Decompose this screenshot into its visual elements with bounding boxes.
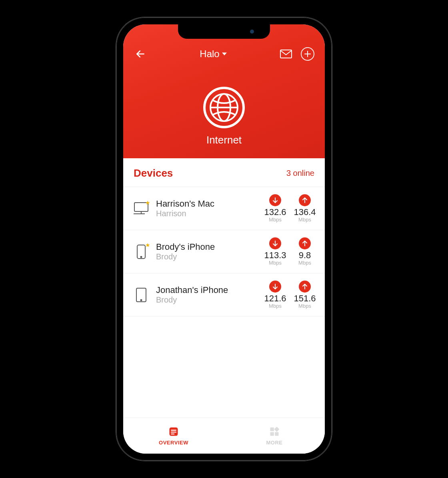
upload-unit: Mbps	[292, 303, 318, 309]
download-value: 132.6	[262, 208, 288, 217]
device-owner: Harrison	[156, 209, 257, 218]
plus-icon	[304, 51, 311, 57]
messages-button[interactable]	[279, 47, 293, 61]
upload-unit: Mbps	[292, 260, 318, 266]
device-type-icon: ★	[132, 202, 150, 215]
download-speed: 113.3Mbps	[262, 237, 288, 266]
phone-frame: Halo	[116, 17, 332, 461]
globe-icon	[203, 87, 245, 128]
download-icon	[269, 194, 281, 206]
device-name: Harrison's Mac	[156, 199, 257, 209]
svg-point-13	[141, 256, 142, 257]
device-name: Brody's iPhone	[156, 242, 257, 252]
device-speeds: 121.6Mbps151.6Mbps	[262, 281, 318, 309]
download-icon	[269, 237, 281, 249]
download-speed: 132.6Mbps	[262, 194, 288, 223]
download-icon	[269, 281, 281, 293]
topbar: Halo	[123, 45, 325, 63]
device-type-icon	[132, 287, 150, 303]
tab-more[interactable]: MORE	[224, 418, 325, 454]
internet-status[interactable]: Internet	[203, 87, 245, 146]
device-names: Brody's iPhoneBrody	[156, 242, 257, 261]
device-speeds: 132.6Mbps136.4Mbps	[262, 194, 318, 223]
device-owner: Brody	[156, 295, 257, 305]
device-names: Harrison's MacHarrison	[156, 199, 257, 218]
device-row[interactable]: ★Brody's iPhoneBrody113.3Mbps9.8Mbps	[123, 230, 325, 273]
download-unit: Mbps	[262, 303, 288, 309]
upload-value: 9.8	[292, 251, 318, 260]
download-unit: Mbps	[262, 260, 288, 266]
star-icon: ★	[145, 199, 150, 206]
overview-icon	[168, 426, 179, 437]
network-name: Halo	[200, 48, 219, 60]
device-names: Jonathan's iPhoneBrody	[156, 285, 257, 305]
device-list: ★Harrison's MacHarrison132.6Mbps136.4Mbp…	[123, 187, 325, 418]
devices-online-count[interactable]: 3 online	[286, 169, 314, 178]
more-icon	[269, 426, 280, 437]
download-value: 113.3	[262, 251, 288, 260]
svg-rect-27	[275, 432, 278, 436]
mail-icon	[280, 50, 292, 58]
device-speeds: 113.3Mbps9.8Mbps	[262, 237, 318, 266]
device-name: Jonathan's iPhone	[156, 285, 257, 295]
svg-rect-26	[270, 432, 274, 436]
arrow-left-icon	[135, 49, 146, 59]
svg-point-17	[141, 299, 142, 301]
add-button[interactable]	[301, 47, 314, 61]
upload-icon	[299, 281, 311, 293]
upload-unit: Mbps	[292, 217, 318, 223]
device-row[interactable]: Jonathan's iPhoneBrody121.6Mbps151.6Mbps	[123, 273, 325, 317]
svg-rect-25	[274, 427, 279, 432]
tab-label: OVERVIEW	[159, 440, 188, 446]
star-icon: ★	[145, 242, 150, 248]
download-value: 121.6	[262, 294, 288, 303]
upload-icon	[299, 194, 311, 206]
upload-value: 136.4	[292, 208, 318, 217]
device-row[interactable]: ★Harrison's MacHarrison132.6Mbps136.4Mbp…	[123, 187, 325, 230]
notch	[178, 24, 270, 39]
devices-header: Devices 3 online	[123, 158, 325, 187]
network-selector[interactable]: Halo	[200, 48, 226, 60]
svg-rect-24	[270, 428, 274, 431]
upload-speed: 9.8Mbps	[292, 237, 318, 266]
download-unit: Mbps	[262, 217, 288, 223]
upload-speed: 151.6Mbps	[292, 281, 318, 309]
device-owner: Brody	[156, 252, 257, 261]
devices-title: Devices	[134, 167, 173, 179]
bottom-nav: OVERVIEW MORE	[123, 418, 325, 454]
internet-label: Internet	[206, 134, 242, 146]
device-type-icon: ★	[132, 244, 150, 259]
upload-icon	[299, 237, 311, 249]
back-button[interactable]	[134, 47, 147, 61]
caret-down-icon	[222, 52, 227, 56]
upload-value: 151.6	[292, 294, 318, 303]
tab-label: MORE	[266, 440, 283, 446]
svg-rect-1	[280, 50, 292, 58]
upload-speed: 136.4Mbps	[292, 194, 318, 223]
screen: Halo	[123, 24, 325, 454]
header: Halo	[123, 24, 325, 158]
tab-overview[interactable]: OVERVIEW	[123, 418, 224, 454]
download-speed: 121.6Mbps	[262, 281, 288, 309]
